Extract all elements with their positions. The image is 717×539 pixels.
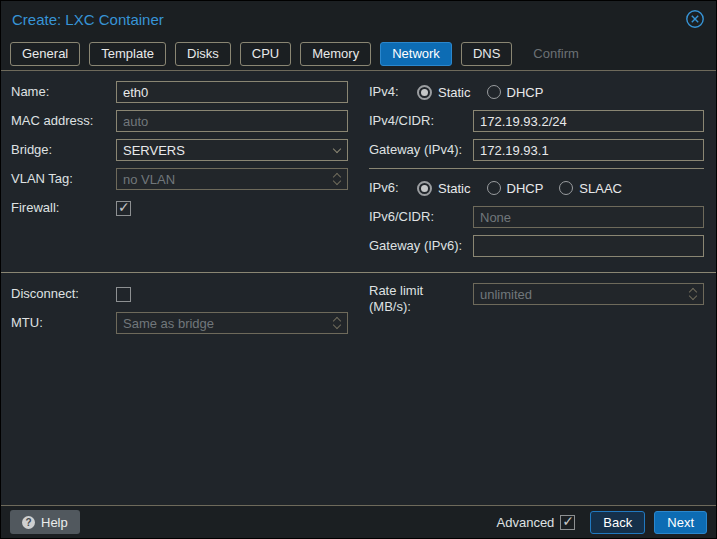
left-column: Name: MAC address: Bridge:: [11, 81, 348, 264]
question-circle-icon: [22, 516, 35, 529]
ipv6-slaac-radio[interactable]: SLAAC: [559, 181, 622, 196]
vlan-input: [116, 168, 348, 190]
ipv4-label: IPv4:: [369, 84, 417, 100]
tab-disks[interactable]: Disks: [175, 42, 231, 66]
ipv4-cidr-row: IPv4/CIDR:: [369, 110, 704, 132]
ipv4-cidr-field: [473, 110, 704, 132]
bottom-right-column: Rate limit (MB/s):: [369, 283, 704, 341]
rate-limit-spinner: [473, 283, 704, 305]
chevron-down-icon[interactable]: [327, 140, 347, 160]
ipv6-section-divider: [369, 168, 704, 169]
gateway-ipv4-label: Gateway (IPv4):: [369, 142, 473, 158]
bridge-row: Bridge:: [11, 139, 348, 161]
ipv6-cidr-label: IPv6/CIDR:: [369, 209, 473, 225]
tab-general[interactable]: General: [10, 42, 80, 66]
name-row: Name:: [11, 81, 348, 103]
bridge-label: Bridge:: [11, 142, 116, 158]
bridge-input[interactable]: [116, 139, 348, 161]
radio-selected-icon: [417, 181, 432, 196]
gateway-ipv4-input[interactable]: [473, 139, 704, 161]
advanced-section-divider: [1, 272, 716, 273]
tab-confirm: Confirm: [521, 42, 591, 66]
ipv6-static-radio[interactable]: Static: [417, 181, 471, 196]
mac-label: MAC address:: [11, 113, 116, 129]
ipv6-mode-row: IPv6: Static DHCP SLAAC: [369, 177, 704, 199]
help-button[interactable]: Help: [10, 510, 80, 534]
next-button[interactable]: Next: [654, 511, 707, 534]
mac-field: [116, 110, 348, 132]
gateway-ipv6-field: [473, 235, 704, 257]
bottom-left-column: Disconnect: MTU:: [11, 283, 348, 341]
rate-limit-label: Rate limit (MB/s):: [369, 283, 473, 316]
right-column: IPv4: Static DHCP IPv4/CIDR:: [369, 81, 704, 264]
disconnect-label: Disconnect:: [11, 286, 116, 302]
vlan-label: VLAN Tag:: [11, 171, 116, 187]
name-field: [116, 81, 348, 103]
advanced-toggle[interactable]: Advanced: [497, 515, 576, 530]
radio-icon: [559, 181, 573, 195]
radio-icon: [487, 181, 501, 195]
disconnect-row: Disconnect:: [11, 283, 348, 305]
ipv6-cidr-row: IPv6/CIDR:: [369, 206, 704, 228]
gateway-ipv6-label: Gateway (IPv6):: [369, 238, 473, 254]
help-button-label: Help: [41, 515, 68, 530]
name-label: Name:: [11, 84, 116, 100]
ipv6-dhcp-radio[interactable]: DHCP: [487, 181, 544, 196]
spinner-up-down-icon: [327, 169, 347, 189]
mtu-spinner: [116, 312, 348, 334]
titlebar: Create: LXC Container: [1, 1, 716, 37]
radio-selected-icon: [417, 85, 432, 100]
tab-cpu[interactable]: CPU: [240, 42, 291, 66]
gateway-ipv6-row: Gateway (IPv6):: [369, 235, 704, 257]
tab-memory[interactable]: Memory: [300, 42, 371, 66]
tab-dns[interactable]: DNS: [461, 42, 512, 66]
rate-limit-row: Rate limit (MB/s):: [369, 283, 704, 316]
network-form: Name: MAC address: Bridge:: [1, 71, 716, 508]
firewall-row: Firewall:: [11, 197, 348, 219]
vlan-spinner: [116, 168, 348, 190]
ipv6-label: IPv6:: [369, 180, 417, 196]
ipv4-cidr-label: IPv4/CIDR:: [369, 113, 473, 129]
ipv4-cidr-input[interactable]: [473, 110, 704, 132]
gateway-ipv4-field: [473, 139, 704, 161]
mtu-label: MTU:: [11, 315, 116, 331]
firewall-label: Firewall:: [11, 200, 116, 216]
dialog-title: Create: LXC Container: [12, 11, 164, 28]
dialog-footer: Help Advanced Back Next: [1, 505, 716, 538]
ipv4-mode-row: IPv4: Static DHCP: [369, 81, 704, 103]
rate-limit-input: [473, 283, 704, 305]
vlan-row: VLAN Tag:: [11, 168, 348, 190]
mac-row: MAC address:: [11, 110, 348, 132]
footer-actions: Advanced Back Next: [497, 511, 707, 534]
gateway-ipv4-row: Gateway (IPv4):: [369, 139, 704, 161]
advanced-label: Advanced: [497, 515, 555, 530]
radio-icon: [487, 85, 501, 99]
ipv6-cidr-field: [473, 206, 704, 228]
gateway-ipv6-input[interactable]: [473, 235, 704, 257]
create-lxc-container-dialog: Create: LXC Container General Template D…: [0, 0, 717, 539]
name-input[interactable]: [116, 81, 348, 103]
advanced-checkbox[interactable]: [560, 515, 575, 530]
back-button[interactable]: Back: [590, 511, 645, 534]
tab-template[interactable]: Template: [89, 42, 166, 66]
spinner-up-down-icon: [683, 284, 703, 304]
tab-network[interactable]: Network: [380, 42, 452, 66]
ipv4-static-radio[interactable]: Static: [417, 85, 471, 100]
mtu-input: [116, 312, 348, 334]
mac-input[interactable]: [116, 110, 348, 132]
spinner-up-down-icon: [327, 313, 347, 333]
wizard-tabbar: General Template Disks CPU Memory Networ…: [1, 37, 716, 71]
bridge-combobox: [116, 139, 348, 161]
ipv4-dhcp-radio[interactable]: DHCP: [487, 85, 544, 100]
mtu-row: MTU:: [11, 312, 348, 334]
close-icon[interactable]: [685, 9, 705, 29]
ipv6-cidr-input: [473, 206, 704, 228]
disconnect-checkbox[interactable]: [116, 287, 131, 302]
firewall-checkbox[interactable]: [116, 201, 131, 216]
